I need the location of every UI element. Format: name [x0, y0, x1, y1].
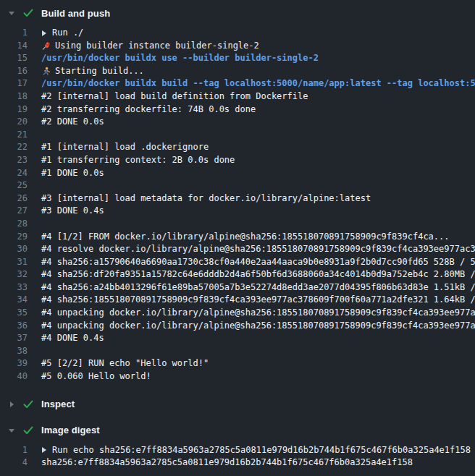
log-line-content: #2 DONE 0.0s: [41, 116, 104, 129]
log-line: 37#4 DONE 0.4s: [0, 332, 475, 345]
log-line-content: Using builder instance builder-single-2: [41, 40, 259, 53]
log-text: #1 transferring context: 2B 0.0s done: [41, 154, 235, 167]
section-header-build-and-push[interactable]: Build and push: [0, 0, 475, 26]
log-line: 40#5 0.060 Hello world!: [0, 370, 475, 383]
log-text: #4 sha256:a24bb4013296f61e89ba57005a7b3e…: [41, 281, 475, 294]
log-text: #4 sha256:a15790640a6690aa1730c38cf0a440…: [41, 256, 475, 269]
line-number[interactable]: 39: [0, 357, 28, 370]
line-number[interactable]: 15: [0, 52, 28, 65]
log-text: sha256:e7ff8834a5963a2785c5a0811e979d16b…: [41, 456, 413, 469]
log-text: Starting build...: [55, 65, 144, 78]
log-line: 23#1 transferring context: 2B 0.0s done: [0, 154, 475, 167]
run-caret-icon[interactable]: [41, 446, 47, 454]
log-line: 24#1 DONE 0.0s: [0, 167, 475, 180]
line-number[interactable]: 33: [0, 281, 28, 294]
line-number[interactable]: 26: [0, 192, 28, 205]
log-text: #2 DONE 0.0s: [41, 116, 104, 129]
workflow-log-viewer: Build and push1Run ./14Using builder ins…: [0, 0, 475, 476]
log-text: #4 [1/2] FROM docker.io/library/alpine@s…: [41, 231, 450, 244]
log-line: 35#4 unpacking docker.io/library/alpine@…: [0, 307, 475, 320]
log-text: #2 transferring dockerfile: 74B 0.0s don…: [41, 103, 256, 116]
log-line: 36#4 unpacking docker.io/library/alpine@…: [0, 320, 475, 333]
section-header-image-digest[interactable]: Image digest: [0, 417, 475, 443]
line-number[interactable]: 32: [0, 268, 28, 281]
log-line-content: #4 sha256:a24bb4013296f61e89ba57005a7b3e…: [41, 281, 475, 294]
section-title: Image digest: [41, 425, 100, 435]
line-number[interactable]: 29: [0, 231, 28, 244]
log-line: 18#2 [internal] load build definition fr…: [0, 90, 475, 103]
log-line-content: #4 unpacking docker.io/library/alpine@sh…: [41, 320, 475, 333]
line-number[interactable]: 19: [0, 103, 28, 116]
log-line: 14Using builder instance builder-single-…: [0, 40, 475, 53]
success-check-icon: [23, 400, 33, 409]
line-number[interactable]: 20: [0, 116, 28, 129]
line-number[interactable]: 21: [0, 129, 28, 142]
line-number[interactable]: 37: [0, 332, 28, 345]
line-number[interactable]: 4: [0, 456, 28, 469]
triangle-down-icon[interactable]: [7, 9, 16, 17]
run-caret-icon[interactable]: [41, 30, 47, 37]
log-line: 30#4 resolve docker.io/library/alpine@sh…: [0, 243, 475, 256]
log-lines-image-digest: 1Run echo sha256:e7ff8834a5963a2785c5a08…: [0, 443, 475, 471]
log-line-content: #3 [internal] load metadata for docker.i…: [41, 192, 371, 205]
log-text: /usr/bin/docker buildx build --tag local…: [41, 77, 475, 90]
runner-icon: [41, 67, 51, 76]
line-number[interactable]: 24: [0, 167, 28, 180]
log-text: /usr/bin/docker buildx use --builder bui…: [41, 52, 319, 65]
log-line: 39#5 [2/2] RUN echo "Hello world!": [0, 357, 475, 370]
line-number[interactable]: 18: [0, 90, 28, 103]
log-line: 15/usr/bin/docker buildx use --builder b…: [0, 52, 475, 65]
log-text: #4 unpacking docker.io/library/alpine@sh…: [41, 320, 475, 333]
line-number[interactable]: 22: [0, 141, 28, 154]
log-text: Run echo sha256:e7ff8834a5963a2785c5a081…: [52, 444, 471, 457]
log-line: 38: [0, 345, 475, 358]
log-line-content: sha256:e7ff8834a5963a2785c5a0811e979d16b…: [41, 456, 413, 469]
line-number[interactable]: 17: [0, 77, 28, 90]
log-line-content: #4 sha256:df20fa9351a15782c64e6dddb2d4a6…: [41, 268, 475, 281]
line-number[interactable]: 36: [0, 320, 28, 333]
line-number[interactable]: 34: [0, 294, 28, 307]
log-line: 27#3 DONE 0.4s: [0, 205, 475, 218]
triangle-down-icon[interactable]: [7, 427, 16, 434]
section-header-inspect[interactable]: Inspect: [0, 391, 475, 417]
success-check-icon: [23, 9, 33, 17]
log-line: 28: [0, 218, 475, 231]
triangle-right-icon[interactable]: [7, 401, 16, 408]
line-number[interactable]: 23: [0, 154, 28, 167]
line-number[interactable]: 28: [0, 218, 28, 231]
log-line: 33#4 sha256:a24bb4013296f61e89ba57005a7b…: [0, 281, 475, 294]
log-line: 20#2 DONE 0.0s: [0, 116, 475, 129]
line-number[interactable]: 27: [0, 205, 28, 218]
line-number[interactable]: 16: [0, 65, 28, 78]
section-title: Inspect: [41, 399, 75, 409]
command-line-text: /usr/bin/docker buildx build --tag local…: [41, 77, 475, 90]
line-number[interactable]: 14: [0, 40, 28, 53]
line-number[interactable]: 30: [0, 243, 28, 256]
log-line: 4sha256:e7ff8834a5963a2785c5a0811e979d16…: [0, 456, 475, 469]
log-line: 29#4 [1/2] FROM docker.io/library/alpine…: [0, 231, 475, 244]
log-text: #4 sha256:df20fa9351a15782c64e6dddb2d4a6…: [41, 268, 475, 281]
log-text: #1 DONE 0.0s: [41, 167, 104, 180]
line-number[interactable]: 25: [0, 179, 28, 192]
command-line-text: /usr/bin/docker buildx use --builder bui…: [41, 52, 319, 65]
log-line-content: #4 resolve docker.io/library/alpine@sha2…: [41, 243, 475, 256]
line-number[interactable]: 38: [0, 345, 28, 358]
line-number[interactable]: 1: [0, 444, 28, 457]
log-line: 26#3 [internal] load metadata for docker…: [0, 192, 475, 205]
section-title: Build and push: [41, 8, 110, 19]
log-line: 17/usr/bin/docker buildx build --tag loc…: [0, 77, 475, 90]
line-number[interactable]: 1: [0, 27, 28, 40]
line-number[interactable]: 35: [0, 307, 28, 320]
success-check-icon: [23, 426, 33, 435]
log-text: #4 sha256:185518070891758909c9f839cf4ca3…: [41, 294, 475, 307]
log-line: 1Run echo sha256:e7ff8834a5963a2785c5a08…: [0, 444, 475, 457]
pushpin-icon: [41, 41, 51, 51]
log-line-content: #3 DONE 0.4s: [41, 205, 104, 218]
line-number[interactable]: 40: [0, 370, 28, 383]
log-line-content: #4 DONE 0.4s: [41, 332, 104, 345]
line-number[interactable]: 31: [0, 256, 28, 269]
log-line: 1Run ./: [0, 27, 475, 40]
log-line-content: Run ./: [41, 27, 83, 40]
log-line-content: #5 0.060 Hello world!: [41, 370, 151, 383]
log-line-content: #2 transferring dockerfile: 74B 0.0s don…: [41, 103, 256, 116]
